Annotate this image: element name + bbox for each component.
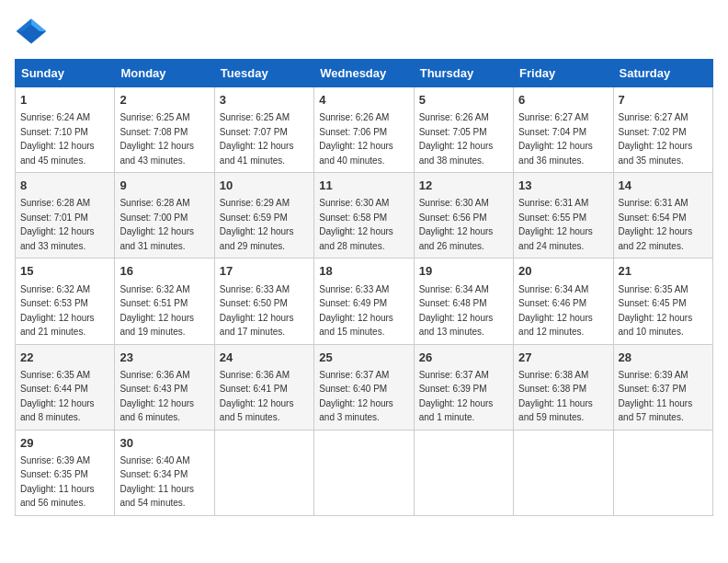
day-info: Sunrise: 6:31 AMSunset: 6:55 PMDaylight:… bbox=[518, 198, 593, 251]
calendar-day-5: 5 Sunrise: 6:26 AMSunset: 7:05 PMDayligh… bbox=[414, 87, 513, 173]
day-number: 5 bbox=[419, 92, 508, 109]
day-number: 21 bbox=[619, 263, 708, 280]
day-number: 29 bbox=[20, 435, 109, 452]
weekday-header-tuesday: Tuesday bbox=[214, 60, 313, 87]
day-number: 2 bbox=[119, 92, 209, 109]
day-info: Sunrise: 6:26 AMSunset: 7:05 PMDaylight:… bbox=[419, 112, 494, 166]
day-info: Sunrise: 6:33 AMSunset: 6:50 PMDaylight:… bbox=[220, 284, 294, 338]
day-info: Sunrise: 6:37 AMSunset: 6:39 PMDaylight:… bbox=[419, 370, 494, 423]
day-info: Sunrise: 6:32 AMSunset: 6:53 PMDaylight:… bbox=[20, 284, 95, 338]
day-number: 16 bbox=[119, 263, 209, 280]
calendar-day-26: 26 Sunrise: 6:37 AMSunset: 6:39 PMDaylig… bbox=[414, 344, 513, 430]
empty-cell bbox=[214, 430, 313, 515]
day-number: 30 bbox=[119, 435, 209, 452]
weekday-header-monday: Monday bbox=[115, 60, 214, 87]
day-info: Sunrise: 6:27 AMSunset: 7:04 PMDaylight:… bbox=[518, 112, 593, 166]
calendar-table: SundayMondayTuesdayWednesdayThursdayFrid… bbox=[15, 59, 713, 516]
calendar-day-2: 2 Sunrise: 6:25 AMSunset: 7:08 PMDayligh… bbox=[115, 87, 214, 173]
day-info: Sunrise: 6:28 AMSunset: 7:01 PMDaylight:… bbox=[20, 198, 95, 251]
empty-cell bbox=[414, 430, 513, 515]
day-info: Sunrise: 6:35 AMSunset: 6:44 PMDaylight:… bbox=[20, 370, 95, 423]
day-number: 19 bbox=[419, 263, 508, 280]
calendar-day-12: 12 Sunrise: 6:30 AMSunset: 6:56 PMDaylig… bbox=[414, 173, 513, 259]
day-number: 24 bbox=[220, 350, 309, 366]
weekday-header-sunday: Sunday bbox=[16, 60, 115, 87]
empty-cell bbox=[613, 430, 712, 515]
logo bbox=[15, 15, 51, 48]
calendar-day-23: 23 Sunrise: 6:36 AMSunset: 6:43 PMDaylig… bbox=[115, 344, 214, 430]
day-info: Sunrise: 6:27 AMSunset: 7:02 PMDaylight:… bbox=[619, 112, 693, 166]
calendar-day-19: 19 Sunrise: 6:34 AMSunset: 6:48 PMDaylig… bbox=[414, 259, 513, 344]
day-number: 15 bbox=[20, 263, 109, 280]
day-number: 20 bbox=[518, 263, 608, 280]
calendar-day-28: 28 Sunrise: 6:39 AMSunset: 6:37 PMDaylig… bbox=[613, 344, 712, 430]
day-number: 3 bbox=[220, 92, 309, 109]
empty-cell bbox=[314, 430, 414, 515]
weekday-header-wednesday: Wednesday bbox=[314, 60, 414, 87]
day-number: 8 bbox=[20, 178, 109, 194]
day-info: Sunrise: 6:33 AMSunset: 6:49 PMDaylight:… bbox=[319, 284, 393, 338]
day-number: 6 bbox=[518, 92, 608, 109]
calendar-day-18: 18 Sunrise: 6:33 AMSunset: 6:49 PMDaylig… bbox=[314, 259, 414, 344]
day-info: Sunrise: 6:29 AMSunset: 6:59 PMDaylight:… bbox=[220, 198, 294, 251]
day-info: Sunrise: 6:37 AMSunset: 6:40 PMDaylight:… bbox=[319, 370, 393, 423]
weekday-header-friday: Friday bbox=[514, 60, 613, 87]
calendar-day-22: 22 Sunrise: 6:35 AMSunset: 6:44 PMDaylig… bbox=[16, 344, 115, 430]
day-number: 4 bbox=[319, 92, 408, 109]
day-info: Sunrise: 6:36 AMSunset: 6:43 PMDaylight:… bbox=[119, 370, 194, 423]
weekday-header-saturday: Saturday bbox=[613, 60, 712, 87]
day-info: Sunrise: 6:26 AMSunset: 7:06 PMDaylight:… bbox=[319, 112, 393, 166]
calendar-day-14: 14 Sunrise: 6:31 AMSunset: 6:54 PMDaylig… bbox=[613, 173, 712, 259]
day-number: 7 bbox=[619, 92, 708, 109]
day-info: Sunrise: 6:34 AMSunset: 6:46 PMDaylight:… bbox=[518, 284, 593, 338]
day-number: 27 bbox=[518, 350, 608, 366]
calendar-day-4: 4 Sunrise: 6:26 AMSunset: 7:06 PMDayligh… bbox=[314, 87, 414, 173]
day-info: Sunrise: 6:38 AMSunset: 6:38 PMDaylight:… bbox=[518, 370, 593, 423]
calendar-day-24: 24 Sunrise: 6:36 AMSunset: 6:41 PMDaylig… bbox=[214, 344, 313, 430]
calendar-day-11: 11 Sunrise: 6:30 AMSunset: 6:58 PMDaylig… bbox=[314, 173, 414, 259]
day-info: Sunrise: 6:28 AMSunset: 7:00 PMDaylight:… bbox=[119, 198, 194, 251]
calendar-day-21: 21 Sunrise: 6:35 AMSunset: 6:45 PMDaylig… bbox=[613, 259, 712, 344]
day-number: 28 bbox=[619, 350, 708, 366]
calendar-day-29: 29 Sunrise: 6:39 AMSunset: 6:35 PMDaylig… bbox=[16, 430, 115, 515]
day-info: Sunrise: 6:30 AMSunset: 6:58 PMDaylight:… bbox=[319, 198, 393, 251]
day-number: 1 bbox=[20, 92, 109, 109]
calendar-day-9: 9 Sunrise: 6:28 AMSunset: 7:00 PMDayligh… bbox=[115, 173, 214, 259]
day-info: Sunrise: 6:40 AMSunset: 6:34 PMDaylight:… bbox=[119, 455, 194, 509]
calendar-day-16: 16 Sunrise: 6:32 AMSunset: 6:51 PMDaylig… bbox=[115, 259, 214, 344]
day-info: Sunrise: 6:39 AMSunset: 6:37 PMDaylight:… bbox=[619, 370, 693, 423]
day-info: Sunrise: 6:31 AMSunset: 6:54 PMDaylight:… bbox=[619, 198, 693, 251]
calendar-day-8: 8 Sunrise: 6:28 AMSunset: 7:01 PMDayligh… bbox=[16, 173, 115, 259]
day-info: Sunrise: 6:25 AMSunset: 7:07 PMDaylight:… bbox=[220, 112, 294, 166]
calendar-day-25: 25 Sunrise: 6:37 AMSunset: 6:40 PMDaylig… bbox=[314, 344, 414, 430]
day-number: 11 bbox=[319, 178, 408, 194]
day-number: 23 bbox=[119, 350, 209, 366]
weekday-header-thursday: Thursday bbox=[414, 60, 513, 87]
calendar-day-6: 6 Sunrise: 6:27 AMSunset: 7:04 PMDayligh… bbox=[514, 87, 613, 173]
calendar-day-15: 15 Sunrise: 6:32 AMSunset: 6:53 PMDaylig… bbox=[16, 259, 115, 344]
day-info: Sunrise: 6:32 AMSunset: 6:51 PMDaylight:… bbox=[119, 284, 194, 338]
calendar-day-1: 1 Sunrise: 6:24 AMSunset: 7:10 PMDayligh… bbox=[16, 87, 115, 173]
day-number: 13 bbox=[518, 178, 608, 194]
calendar-day-7: 7 Sunrise: 6:27 AMSunset: 7:02 PMDayligh… bbox=[613, 87, 712, 173]
calendar-day-17: 17 Sunrise: 6:33 AMSunset: 6:50 PMDaylig… bbox=[214, 259, 313, 344]
day-number: 14 bbox=[619, 178, 708, 194]
day-number: 18 bbox=[319, 263, 408, 280]
day-info: Sunrise: 6:35 AMSunset: 6:45 PMDaylight:… bbox=[619, 284, 693, 338]
day-info: Sunrise: 6:39 AMSunset: 6:35 PMDaylight:… bbox=[20, 455, 95, 509]
day-info: Sunrise: 6:25 AMSunset: 7:08 PMDaylight:… bbox=[119, 112, 194, 166]
day-number: 17 bbox=[220, 263, 309, 280]
day-number: 22 bbox=[20, 350, 109, 366]
day-info: Sunrise: 6:24 AMSunset: 7:10 PMDaylight:… bbox=[20, 112, 95, 166]
day-info: Sunrise: 6:34 AMSunset: 6:48 PMDaylight:… bbox=[419, 284, 494, 338]
calendar-day-30: 30 Sunrise: 6:40 AMSunset: 6:34 PMDaylig… bbox=[115, 430, 214, 515]
day-info: Sunrise: 6:30 AMSunset: 6:56 PMDaylight:… bbox=[419, 198, 494, 251]
empty-cell bbox=[514, 430, 613, 515]
logo-icon bbox=[15, 15, 48, 48]
day-number: 26 bbox=[419, 350, 508, 366]
calendar-day-10: 10 Sunrise: 6:29 AMSunset: 6:59 PMDaylig… bbox=[214, 173, 313, 259]
day-number: 25 bbox=[319, 350, 408, 366]
calendar-day-13: 13 Sunrise: 6:31 AMSunset: 6:55 PMDaylig… bbox=[514, 173, 613, 259]
calendar-day-3: 3 Sunrise: 6:25 AMSunset: 7:07 PMDayligh… bbox=[214, 87, 313, 173]
day-info: Sunrise: 6:36 AMSunset: 6:41 PMDaylight:… bbox=[220, 370, 294, 423]
